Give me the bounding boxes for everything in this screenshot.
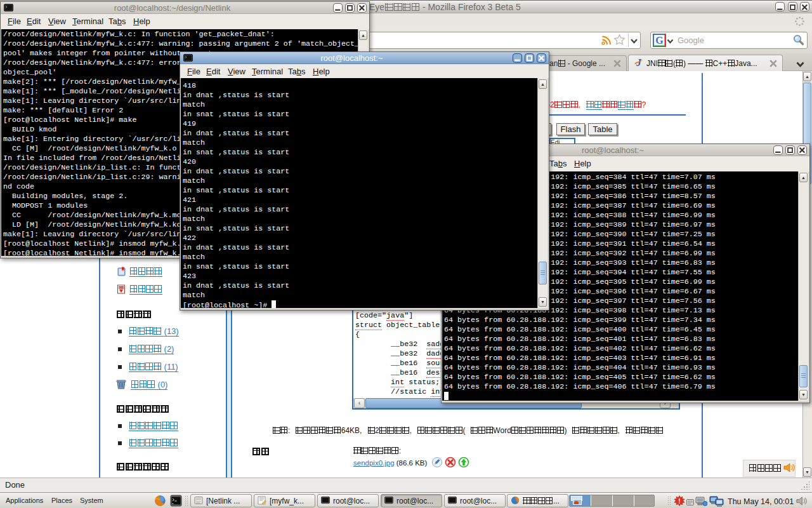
svg-text:!: ! — [678, 498, 680, 505]
svg-text:G: G — [655, 35, 664, 46]
